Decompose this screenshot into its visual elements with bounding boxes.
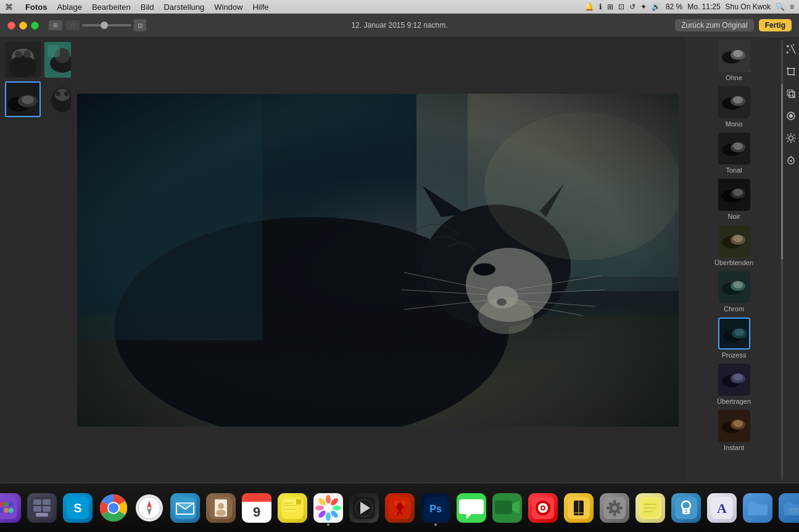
svg-point-153 (216, 510, 226, 516)
menu-ablage[interactable]: Ablage (57, 2, 81, 12)
svg-point-179 (394, 501, 398, 505)
filter-scrollbar[interactable] (781, 40, 783, 480)
minimize-button[interactable] (19, 22, 27, 30)
filter-tonal[interactable]: Tonal (692, 133, 776, 174)
svg-point-2 (9, 55, 36, 78)
menubar-grid[interactable]: ⊞ (607, 2, 613, 11)
magic-wand-tool[interactable] (784, 42, 798, 57)
dock-app-fonttool[interactable]: A (705, 491, 739, 525)
svg-point-173 (325, 504, 332, 512)
heal-tool[interactable] (784, 153, 798, 168)
menu-bearbeiten[interactable]: Bearbeiten (92, 2, 131, 12)
dock-app-launchpad[interactable] (0, 491, 23, 525)
brightness-tool[interactable] (784, 131, 798, 145)
dock-app-photoshop[interactable]: Ps (419, 491, 452, 525)
dock-icon-itunes (528, 493, 558, 523)
dock-app-photos[interactable] (312, 491, 345, 525)
menubar-user[interactable]: Shu On Kwok (726, 2, 771, 11)
filter-label-chrom: Chrom (724, 305, 744, 313)
tools-panel (784, 37, 799, 483)
dock-app-messages[interactable] (455, 491, 488, 525)
svg-point-98 (789, 114, 793, 118)
svg-line-107 (787, 141, 789, 142)
dock-icon-systemprefs (600, 493, 629, 523)
menubar-airplay[interactable]: ⊡ (618, 2, 624, 11)
filmstrip-row-1 (5, 42, 66, 78)
mask-tool[interactable] (784, 108, 798, 123)
menu-window[interactable]: Window (214, 2, 242, 12)
dock-app-calendar[interactable]: 9 (240, 491, 273, 525)
thumbnail-2[interactable] (44, 42, 71, 78)
menu-fotos[interactable]: Fotos (25, 2, 47, 12)
menubar-list-icon[interactable]: ≡ (790, 2, 794, 11)
menu-darstellung[interactable]: Darstellung (164, 2, 204, 12)
dock-app-missioncontrol[interactable] (25, 491, 59, 525)
dock-app-retouche[interactable] (383, 491, 416, 525)
maximize-button[interactable] (31, 22, 39, 30)
dock-dot-ps (434, 523, 437, 526)
dock-app-safari[interactable] (133, 491, 166, 525)
close-button[interactable] (7, 22, 15, 30)
dock-icon-folder-a (743, 493, 772, 523)
svg-point-3 (15, 51, 22, 58)
dock-app-systemprefs[interactable] (598, 491, 631, 525)
zurück-zum-original-button[interactable]: Zurück zum Original (675, 19, 753, 31)
svg-point-57 (733, 142, 743, 150)
dock-app-notes[interactable] (634, 491, 667, 525)
filter-scrollbar-thumb[interactable] (781, 84, 783, 260)
dock-app-ibooks[interactable] (562, 491, 595, 525)
thumbnail-4[interactable] (44, 81, 71, 117)
dock-app-folder-a[interactable] (741, 491, 774, 525)
menubar-search-icon[interactable]: 🔍 (776, 2, 785, 11)
view-single-btn[interactable]: □ (66, 20, 80, 30)
fullscreen-btn[interactable]: ⊡ (134, 19, 146, 31)
dock-dot-photos (327, 523, 329, 526)
dock-icon-skype: S (63, 493, 93, 523)
menubar-right: 🔔 ℹ ⊞ ⊡ ↺ ✦ 🔊 82 % Mo. 11:25 Shu On Kwok… (585, 2, 794, 11)
menubar-timemachine[interactable]: ↺ (629, 2, 635, 11)
zoom-slider[interactable] (82, 24, 131, 27)
dock-app-itunes[interactable] (526, 491, 560, 525)
resize-tool[interactable] (784, 86, 798, 101)
filter-ohne[interactable]: Ohne (692, 40, 776, 81)
main-photo (77, 94, 679, 427)
svg-line-104 (787, 134, 789, 136)
crop-tool[interactable] (784, 64, 798, 79)
dock-icon-1password: 1 (671, 493, 701, 523)
filter-instant[interactable]: Instant (692, 410, 776, 451)
filter-prozess[interactable]: Prozess (692, 317, 776, 359)
apple-logo[interactable]: ⌘ (5, 2, 13, 12)
menubar-volume[interactable]: 🔊 (652, 2, 661, 11)
menubar-bluetooth[interactable]: ✦ (640, 2, 647, 11)
svg-point-134 (109, 503, 118, 513)
menubar-info[interactable]: ℹ (599, 2, 602, 11)
filter-uberblenden[interactable]: Überblenden (692, 225, 776, 266)
menu-bild[interactable]: Bild (141, 2, 154, 12)
dock-app-airmail[interactable] (168, 491, 202, 525)
fertig-button[interactable]: Fertig (759, 19, 792, 31)
dock-app-finalcut[interactable] (347, 491, 381, 525)
filter-thumb-tonal (718, 133, 750, 165)
filter-thumb-uberblenden (718, 225, 750, 257)
dock-app-stickies[interactable] (276, 491, 309, 525)
dock-app-contacts[interactable] (204, 491, 238, 525)
thumbnail-1[interactable] (5, 42, 41, 78)
dock-app-facetime[interactable] (491, 491, 524, 525)
thumbnail-3[interactable] (5, 81, 41, 117)
dock-app-chrome[interactable] (97, 491, 130, 525)
svg-point-99 (789, 136, 793, 141)
svg-point-61 (733, 189, 743, 196)
dock-app-1password[interactable]: 1 (669, 491, 703, 525)
filter-ubertragen[interactable]: Übertragen (692, 364, 776, 405)
dock-app-skype[interactable]: S (61, 491, 94, 525)
menubar-bell[interactable]: 🔔 (585, 2, 594, 11)
filter-mono[interactable]: Mono (692, 86, 776, 128)
filter-noir[interactable]: Noir (692, 179, 776, 220)
filter-thumb-mono (718, 86, 750, 118)
filter-chrom[interactable]: Chrom (692, 271, 776, 313)
svg-rect-160 (296, 499, 301, 504)
svg-point-49 (733, 50, 743, 57)
menu-hilfe[interactable]: Hilfe (252, 2, 268, 12)
view-toggle-btn[interactable]: ⊞ (49, 20, 62, 30)
dock-app-folder-b[interactable] (777, 491, 800, 525)
